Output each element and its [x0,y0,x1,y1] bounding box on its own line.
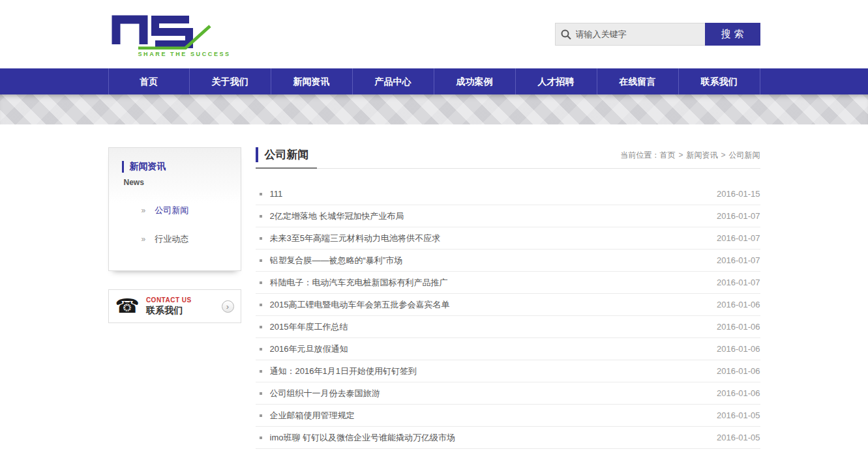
banner-strip [0,94,868,124]
bullet-icon [260,259,262,262]
news-date: 2016-01-07 [717,233,760,243]
main-area: 新闻资讯 News »公司新闻 »行业动态 ☎ CONTACT US 联系我们 … [108,147,760,468]
breadcrumb: 当前位置：首页>新闻资讯>公司新闻 [620,150,760,162]
search-box: 搜索 [555,23,760,46]
chevron-right-icon: » [142,206,146,215]
bullet-icon [260,392,262,395]
arrow-circle-icon[interactable]: › [222,300,234,313]
sidebar-item-industry-news[interactable]: »行业动态 [109,225,241,253]
chevron-right-icon: » [142,235,146,244]
news-row: 公司组织十一月份去泰国旅游 2016-01-06 [256,382,760,405]
news-link[interactable]: 2016年元旦放假通知 [270,343,704,355]
nav-item-cases[interactable]: 成功案例 [434,68,516,94]
bullet-icon [260,281,262,284]
news-date: 2016-01-05 [717,410,760,420]
news-link[interactable]: 111 [270,189,704,199]
news-row: 2016年元旦放假通知 2016-01-06 [256,338,760,360]
main-nav: 首页 关于我们 新闻资讯 产品中心 成功案例 人才招聘 在线留言 联系我们 [0,68,868,94]
news-row: 2015年年度工作总结 2016-01-06 [256,316,760,338]
news-link[interactable]: imo班聊 钉钉以及微信企业号谁能撬动万亿级市场 [270,432,704,444]
bullet-icon [260,370,262,373]
bullet-icon [260,437,262,439]
news-date: 2016-01-06 [717,322,760,332]
news-row: 企业邮箱使用管理规定 2016-01-05 [256,405,760,427]
news-link[interactable]: 2015年年度工作总结 [270,321,704,333]
sidebar-item-company-news[interactable]: »公司新闻 [109,196,241,225]
sidebar-news-box: 新闻资讯 News »公司新闻 »行业动态 [108,147,241,271]
news-row: 2亿定增落地 长城华冠加快产业布局 2016-01-07 [256,205,760,227]
news-row: 111 2016-01-15 [256,183,760,205]
page-title: 公司新闻 [256,147,309,162]
contact-label-en: CONTACT US [146,296,222,304]
news-date: 2016-01-06 [717,366,760,376]
contact-us-box[interactable]: ☎ CONTACT US 联系我们 › [108,289,241,323]
news-link[interactable]: 科陆电子：电动汽车充电桩新国标有利产品推广 [270,277,704,289]
sidebar-subtitle: News [124,178,241,187]
news-date: 2016-01-15 [717,189,760,199]
search-button[interactable]: 搜索 [705,23,760,46]
breadcrumb-home[interactable]: 首页 [659,150,675,160]
news-link[interactable]: 未来3至5年高端三元材料动力电池将供不应求 [270,233,704,244]
breadcrumb-section[interactable]: 新闻资讯 [686,150,717,160]
nav-item-products[interactable]: 产品中心 [353,68,434,94]
news-list: 111 2016-01-15 2亿定增落地 长城华冠加快产业布局 2016-01… [256,183,760,449]
logo-mark [108,12,220,50]
news-link[interactable]: 通知：2016年1月1日开始使用钉钉签到 [270,366,704,377]
search-input[interactable] [576,29,700,39]
breadcrumb-separator: > [721,150,725,160]
news-link[interactable]: 公司组织十一月份去泰国旅游 [270,388,704,399]
nav-item-jobs[interactable]: 人才招聘 [516,68,597,94]
site-header: SHARE THE SUCCESS 搜索 [0,0,868,68]
bullet-icon [260,414,262,417]
phone-icon: ☎ [115,296,140,316]
bullet-icon [260,215,262,218]
company-logo[interactable]: SHARE THE SUCCESS [108,12,231,57]
sidebar-item-label: 行业动态 [155,234,188,244]
news-link[interactable]: 企业邮箱使用管理规定 [270,410,704,422]
bullet-icon [260,326,262,328]
news-date: 2016-01-07 [717,278,760,287]
nav-item-message[interactable]: 在线留言 [597,68,679,94]
news-row: 铝塑复合膜——被忽略的“暴利”市场 2016-01-07 [256,250,760,272]
news-date: 2016-01-05 [717,433,760,442]
news-link[interactable]: 2亿定增落地 长城华冠加快产业布局 [270,210,704,222]
news-date: 2016-01-07 [717,211,760,221]
nav-item-news[interactable]: 新闻资讯 [271,68,353,94]
content-header: 公司新闻 当前位置：首页>新闻资讯>公司新闻 [256,147,760,169]
search-icon [561,29,571,40]
contact-text: CONTACT US 联系我们 [146,296,222,317]
news-row: 2015高工锂电暨电动车年会第五批参会嘉宾名单 2016-01-06 [256,294,760,316]
breadcrumb-current: 公司新闻 [729,150,760,160]
news-row: 未来3至5年高端三元材料动力电池将供不应求 2016-01-07 [256,227,760,250]
content-area: 公司新闻 当前位置：首页>新闻资讯>公司新闻 111 2016-01-15 2亿… [256,147,760,449]
sidebar: 新闻资讯 News »公司新闻 »行业动态 ☎ CONTACT US 联系我们 … [108,147,241,449]
bullet-icon [260,348,262,351]
bullet-icon [260,193,262,195]
nav-item-home[interactable]: 首页 [108,68,190,94]
news-link[interactable]: 铝塑复合膜——被忽略的“暴利”市场 [270,255,704,266]
title-underline [256,167,317,169]
nav-item-contact[interactable]: 联系我们 [679,68,760,94]
contact-label-cn: 联系我们 [146,305,222,317]
bullet-icon [260,237,262,240]
breadcrumb-separator: > [678,150,683,160]
logo-tagline: SHARE THE SUCCESS [108,51,231,57]
sidebar-item-label: 公司新闻 [155,205,188,215]
nav-item-about[interactable]: 关于我们 [190,68,271,94]
sidebar-title: 新闻资讯 [122,161,241,173]
news-row: 通知：2016年1月1日开始使用钉钉签到 2016-01-06 [256,360,760,382]
news-link[interactable]: 2015高工锂电暨电动车年会第五批参会嘉宾名单 [270,299,704,311]
news-date: 2016-01-06 [717,300,760,309]
news-date: 2016-01-06 [717,388,760,398]
news-row: imo班聊 钉钉以及微信企业号谁能撬动万亿级市场 2016-01-05 [256,427,760,449]
news-date: 2016-01-07 [717,255,760,265]
breadcrumb-prefix: 当前位置： [620,150,659,160]
bullet-icon [260,304,262,306]
search-input-wrap [555,23,705,46]
news-date: 2016-01-06 [717,344,760,354]
news-row: 科陆电子：电动汽车充电桩新国标有利产品推广 2016-01-07 [256,272,760,294]
